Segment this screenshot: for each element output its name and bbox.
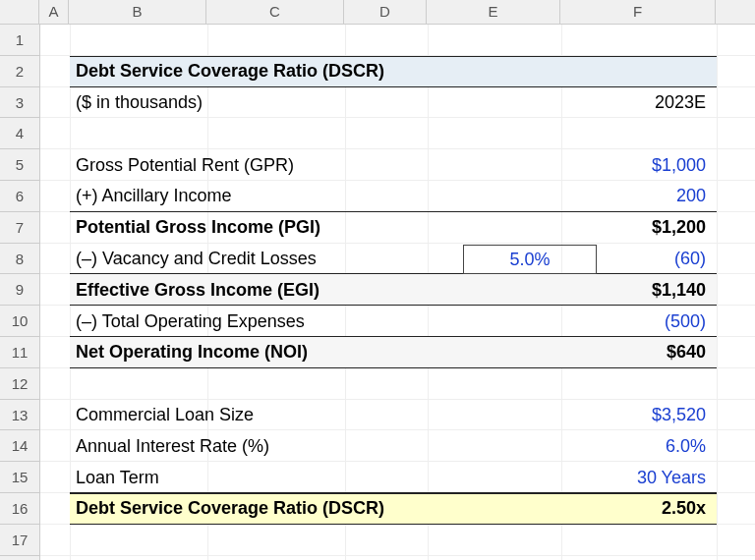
row-header-6[interactable]: 6 — [0, 181, 39, 212]
cell-B14[interactable]: Annual Interest Rate (%) — [76, 436, 269, 457]
cell-B16[interactable]: Debt Service Coverage Ratio (DSCR) — [76, 498, 384, 519]
cell-F8[interactable]: (60) — [560, 249, 716, 269]
cell-F13[interactable]: $3,520 — [560, 405, 716, 425]
cell-B5[interactable]: Gross Potential Rent (GPR) — [76, 155, 294, 176]
cell-B15[interactable]: Loan Term — [76, 468, 159, 488]
cell-F9[interactable]: $1,140 — [560, 280, 716, 301]
cell-F15[interactable]: 30 Years — [560, 468, 716, 488]
col-header-A[interactable]: A — [39, 0, 69, 24]
row-header-8[interactable]: 8 — [0, 244, 39, 275]
row-16: Debt Service Coverage Ratio (DSCR)2.50x — [40, 493, 716, 525]
cell-B6[interactable]: (+) Ancillary Income — [76, 186, 232, 206]
cell-B3[interactable]: ($ in thousands) — [76, 92, 203, 113]
grid-content: Debt Service Coverage Ratio (DSCR)($ in … — [40, 25, 755, 560]
cell-F10[interactable]: (500) — [560, 311, 716, 332]
col-header-B[interactable]: B — [69, 0, 206, 24]
cell-B10[interactable]: (–) Total Operating Expenses — [76, 311, 305, 332]
row-header-14[interactable]: 14 — [0, 430, 39, 462]
cell-F3[interactable]: 2023E — [560, 92, 716, 113]
row-header-16[interactable]: 16 — [0, 493, 39, 525]
row-header-2[interactable]: 2 — [0, 56, 39, 87]
col-header-E[interactable]: E — [427, 0, 560, 24]
cell-F5[interactable]: $1,000 — [560, 155, 716, 176]
row-header-11[interactable]: 11 — [0, 337, 39, 368]
row-header-3[interactable]: 3 — [0, 87, 39, 119]
cell-F6[interactable]: 200 — [560, 186, 716, 206]
cell-B8[interactable]: (–) Vacancy and Credit Losses — [76, 249, 317, 269]
cell-B7[interactable]: Potential Gross Income (PGI) — [76, 217, 320, 238]
row-header-5[interactable]: 5 — [0, 149, 39, 181]
cell-grid[interactable]: Debt Service Coverage Ratio (DSCR)($ in … — [40, 25, 755, 560]
cell-F7[interactable]: $1,200 — [560, 217, 716, 238]
row-6: (+) Ancillary Income200 — [40, 181, 716, 212]
row-header-1[interactable]: 1 — [0, 25, 39, 56]
row-10: (–) Total Operating Expenses(500) — [40, 306, 716, 337]
row-header-15[interactable]: 15 — [0, 462, 39, 493]
row-5: Gross Potential Rent (GPR)$1,000 — [40, 149, 716, 181]
row-8: (–) Vacancy and Credit Losses5.0%(60) — [40, 244, 716, 275]
row-headers: 1234567891011121314151617 — [0, 25, 40, 560]
row-15: Loan Term30 Years — [40, 462, 716, 493]
cell-B11[interactable]: Net Operating Income (NOI) — [76, 342, 308, 363]
col-header-F[interactable]: F — [560, 0, 716, 24]
col-header-D[interactable]: D — [344, 0, 427, 24]
row-header-10[interactable]: 10 — [0, 306, 39, 337]
cell-F11[interactable]: $640 — [560, 342, 716, 363]
row-header-9[interactable]: 9 — [0, 274, 39, 306]
col-header-C[interactable]: C — [206, 0, 344, 24]
row-9: Effective Gross Income (EGI)$1,140 — [40, 274, 716, 306]
row-header-12[interactable]: 12 — [0, 368, 39, 400]
row-7: Potential Gross Income (PGI)$1,200 — [40, 212, 716, 244]
row-header-13[interactable]: 13 — [0, 400, 39, 431]
row-14: Annual Interest Rate (%)6.0% — [40, 430, 716, 462]
cell-B9[interactable]: Effective Gross Income (EGI) — [76, 280, 319, 301]
row-header-17[interactable]: 17 — [0, 525, 39, 556]
row-3: ($ in thousands)2023E — [40, 87, 716, 119]
corner-cell — [0, 0, 39, 24]
row-2: Debt Service Coverage Ratio (DSCR) — [40, 56, 716, 87]
row-11: Net Operating Income (NOI)$640 — [40, 337, 716, 368]
column-headers: ABCDEF — [0, 0, 755, 25]
row-13: Commercial Loan Size$3,520 — [40, 400, 716, 431]
cell-B13[interactable]: Commercial Loan Size — [76, 405, 254, 425]
row-header-4[interactable]: 4 — [0, 118, 39, 149]
cell-F14[interactable]: 6.0% — [560, 436, 716, 457]
row-header-7[interactable]: 7 — [0, 212, 39, 244]
cell-F16[interactable]: 2.50x — [560, 498, 716, 519]
cell-B2[interactable]: Debt Service Coverage Ratio (DSCR) — [76, 61, 384, 82]
spreadsheet: ABCDEF 1234567891011121314151617 Debt Se… — [0, 0, 755, 560]
